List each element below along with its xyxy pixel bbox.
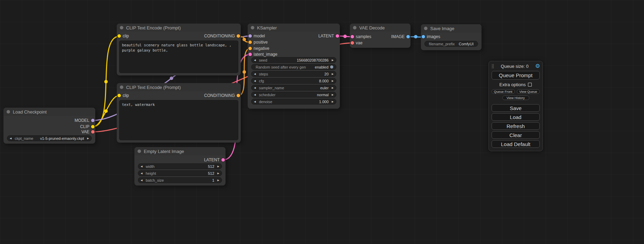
save-button[interactable]: Save [492, 104, 540, 112]
model-input-port[interactable] [248, 34, 252, 38]
negative-prompt-textarea[interactable]: text, watermark [119, 100, 238, 140]
node-load-checkpoint[interactable]: Load Checkpoint MODEL CLIP VAE ◀ ckpt_na… [3, 108, 95, 144]
collapse-dot-icon[interactable] [424, 27, 427, 30]
next-arrow-icon[interactable]: ▶ [332, 73, 334, 75]
node-clip-text-encode-positive[interactable]: CLIP Text Encode (Prompt) clip CONDITION… [117, 24, 241, 75]
drag-handle-icon[interactable]: ⣿ [491, 64, 494, 69]
vae-input-port[interactable] [351, 41, 354, 45]
wire-midpoint-dot [414, 35, 417, 38]
widget-value: 20 [324, 72, 328, 76]
next-arrow-icon[interactable]: ▶ [332, 87, 334, 89]
view-history-button[interactable]: View History [502, 96, 529, 100]
node-clip-text-encode-negative[interactable]: CLIP Text Encode (Prompt) clip CONDITION… [117, 83, 241, 143]
settings-gear-icon[interactable]: ⚙ [535, 63, 540, 69]
prev-arrow-icon[interactable]: ◀ [254, 59, 256, 61]
clip-input-port[interactable] [117, 94, 121, 97]
node-title-bar[interactable]: Load Checkpoint [3, 108, 95, 116]
clip-output-port[interactable] [91, 125, 95, 128]
next-arrow-icon[interactable]: ▶ [218, 165, 219, 168]
widget-value: v1-5-pruned-emaonly.ckpt [40, 136, 84, 141]
node-graph-canvas[interactable]: Load Checkpoint MODEL CLIP VAE ◀ ckpt_na… [0, 0, 644, 244]
node-title-bar[interactable]: KSampler [248, 24, 340, 32]
next-arrow-icon[interactable]: ▶ [218, 172, 219, 174]
positive-prompt-textarea[interactable]: beautiful scenery nature glass bottle la… [119, 40, 238, 73]
prev-arrow-icon[interactable]: ◀ [141, 172, 142, 174]
slot-row: clip CONDITIONING [117, 93, 241, 98]
prev-arrow-icon[interactable]: ◀ [254, 93, 256, 96]
collapse-dot-icon[interactable] [120, 26, 123, 29]
positive-input-port[interactable] [248, 40, 252, 44]
node-title-bar[interactable]: Save Image [421, 24, 482, 33]
model-output-port[interactable] [91, 119, 95, 122]
extra-options-label: Extra options [500, 82, 526, 87]
next-arrow-icon[interactable]: ▶ [332, 80, 334, 82]
node-title: Save Image [430, 26, 454, 31]
conditioning-output-port[interactable] [237, 94, 240, 97]
samples-input-port[interactable] [351, 35, 354, 38]
node-title-bar[interactable]: CLIP Text Encode (Prompt) [117, 24, 241, 32]
width-widget[interactable]: ◀ width 512 ▶ [138, 163, 222, 169]
node-save-image[interactable]: Save Image images filename_prefix ComfyU… [421, 24, 482, 50]
node-empty-latent-image[interactable]: Empty Latent Image LATENT ◀ width 512 ▶ … [134, 147, 226, 186]
load-button[interactable]: Load [492, 113, 540, 121]
next-arrow-icon[interactable]: ▶ [332, 100, 334, 103]
next-arrow-icon[interactable]: ▶ [87, 137, 89, 139]
collapse-dot-icon[interactable] [7, 110, 10, 114]
random-seed-toggle-widget[interactable]: Random seed after every gen enabled [251, 64, 336, 70]
collapse-dot-icon[interactable] [120, 85, 123, 89]
batch-size-widget[interactable]: ◀ batch_size 1 ▶ [138, 177, 222, 183]
denoise-widget[interactable]: ◀ denoise 1.000 ▶ [251, 99, 336, 105]
ckpt-name-widget[interactable]: ◀ ckpt_name v1-5-pruned-emaonly.ckpt ▶ [7, 135, 92, 141]
images-input-port[interactable] [422, 35, 425, 38]
collapse-dot-icon[interactable] [138, 150, 141, 153]
wire-midpoint-dot [170, 76, 173, 80]
input-label-samples: samples [356, 34, 371, 39]
prev-arrow-icon[interactable]: ◀ [254, 100, 256, 103]
scheduler-widget[interactable]: ◀ scheduler normal ▶ [251, 92, 336, 98]
next-arrow-icon[interactable]: ▶ [218, 179, 219, 181]
slot-row: VAE [3, 129, 95, 135]
negative-input-port[interactable] [248, 47, 252, 50]
prev-arrow-icon[interactable]: ◀ [254, 87, 256, 89]
collapse-dot-icon[interactable] [353, 26, 356, 29]
sampler-name-widget[interactable]: ◀ sampler_name euler ▶ [251, 85, 336, 91]
load-default-button[interactable]: Load Default [492, 140, 540, 148]
toggle-state-dot[interactable] [330, 65, 333, 69]
node-vae-decode[interactable]: VAE Decode samples IMAGE vae [350, 24, 411, 48]
height-widget[interactable]: ◀ height 512 ▶ [138, 170, 222, 176]
extra-options-checkbox[interactable] [528, 83, 532, 87]
next-arrow-icon[interactable]: ▶ [332, 93, 334, 96]
collapse-dot-icon[interactable] [251, 26, 254, 29]
refresh-button[interactable]: Refresh [492, 122, 540, 130]
node-title-bar[interactable]: CLIP Text Encode (Prompt) [117, 83, 241, 91]
cfg-widget[interactable]: ◀ cfg 8.000 ▶ [251, 78, 336, 84]
widget-label: scheduler [259, 93, 275, 97]
wire-midpoint-dot [242, 70, 246, 74]
prev-arrow-icon[interactable]: ◀ [254, 80, 256, 82]
prev-arrow-icon[interactable]: ◀ [141, 179, 142, 181]
latent-output-port[interactable] [221, 158, 225, 162]
output-label-vae: VAE [81, 129, 89, 134]
image-output-port[interactable] [406, 35, 410, 38]
next-arrow-icon[interactable]: ▶ [332, 59, 334, 61]
clip-input-port[interactable] [117, 34, 121, 38]
node-title-bar[interactable]: Empty Latent Image [134, 147, 226, 155]
queue-front-button[interactable]: Queue Front [492, 89, 515, 94]
prev-arrow-icon[interactable]: ◀ [10, 137, 11, 139]
latent-image-input-port[interactable] [248, 53, 252, 56]
prev-arrow-icon[interactable]: ◀ [141, 165, 142, 168]
queue-prompt-button[interactable]: Queue Prompt [492, 71, 540, 80]
node-ksampler[interactable]: KSampler model LATENT positive negative … [248, 24, 340, 109]
steps-widget[interactable]: ◀ steps 20 ▶ [251, 71, 336, 77]
latent-output-port[interactable] [336, 34, 339, 38]
prev-arrow-icon[interactable]: ◀ [254, 73, 256, 75]
queue-buttons-row: Queue Front View Queue [492, 89, 540, 94]
node-title-bar[interactable]: VAE Decode [350, 24, 411, 32]
filename-prefix-widget[interactable]: filename_prefix ComfyUI [424, 41, 478, 47]
clear-button[interactable]: Clear [492, 131, 540, 139]
seed-widget[interactable]: ◀ seed 156680208700286 ▶ [251, 57, 336, 63]
slot-row: model LATENT [248, 33, 340, 39]
conditioning-output-port[interactable] [237, 34, 240, 38]
view-queue-button[interactable]: View Queue [517, 89, 540, 94]
vae-output-port[interactable] [91, 130, 95, 134]
